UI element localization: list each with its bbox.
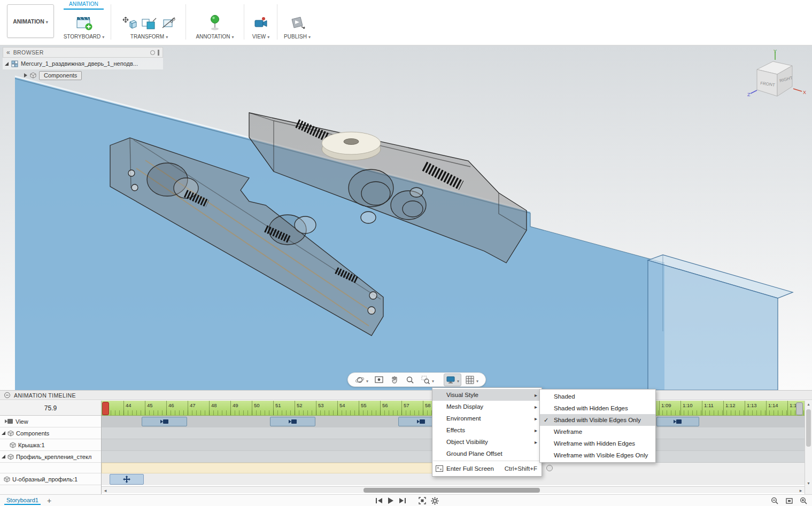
zoom-fit-button[interactable]: [785, 497, 793, 505]
scroll-left-arrow[interactable]: [102, 487, 109, 494]
menu-item-shaded-hidden-edges[interactable]: Shaded with Hidden Edges: [540, 402, 655, 414]
pan-button[interactable]: [388, 373, 401, 386]
track-label: View: [16, 418, 28, 425]
expand-triangle-icon[interactable]: [2, 431, 5, 435]
collapse-triangle-icon[interactable]: [24, 73, 27, 77]
ruler-tick: 1:13: [745, 401, 757, 416]
storyboard-group[interactable]: STORYBOARD: [58, 11, 110, 40]
menu-item-environment[interactable]: Environment: [432, 412, 542, 424]
expand-triangle-icon[interactable]: [5, 62, 9, 66]
viewport-3d-scene[interactable]: [0, 45, 812, 390]
ruler-tick: 49: [230, 401, 238, 416]
zoom-window-button[interactable]: [419, 373, 436, 386]
camera-keyframe-segment[interactable]: [270, 417, 315, 426]
look-at-button[interactable]: [372, 373, 386, 386]
animation-timeline-panel: ANIMATION TIMELINE 44 45 46 47 48 49 50 …: [0, 390, 812, 494]
tab-animation[interactable]: ANIMATION: [64, 0, 104, 10]
ruler-tick: 54: [337, 401, 345, 416]
vertical-scrollbar-thumb[interactable]: [806, 409, 811, 447]
menu-item-wireframe-hidden-edges[interactable]: Wireframe with Hidden Edges: [540, 438, 655, 449]
go-to-end-button[interactable]: [399, 497, 406, 504]
status-bar: Storyboard1 +: [0, 494, 812, 506]
browser-root-label: Mercury_1_раздвижная_дверь_1_неподв...: [21, 60, 138, 67]
submenu-arrow-icon: [535, 415, 537, 422]
camera-icon: [5, 418, 13, 424]
menu-item-effects[interactable]: Effects: [432, 424, 542, 436]
ruler-tick: 46: [166, 401, 174, 416]
collapse-timeline-icon[interactable]: [4, 392, 10, 398]
navigation-toolbar: [347, 372, 486, 387]
browser-components-row[interactable]: Components: [3, 69, 163, 81]
menu-item-object-visibility[interactable]: Object Visibility: [432, 436, 542, 448]
view-label: VIEW: [252, 34, 266, 40]
menu-item-wireframe[interactable]: Wireframe: [540, 426, 655, 438]
zoom-window-icon: [421, 375, 430, 385]
go-to-start-button[interactable]: [375, 497, 383, 504]
ruler-tick: 57: [401, 401, 409, 416]
viewport-context-menu: Visual Style Mesh Display Environment Ef…: [432, 387, 542, 477]
transform-component-icon: [121, 15, 137, 31]
view-cube[interactable]: Y X Z FRONT RIGHT: [747, 48, 809, 109]
current-time-display[interactable]: 75.9: [0, 401, 101, 416]
menu-item-visual-style[interactable]: Visual Style: [432, 389, 542, 401]
vertical-scrollbar[interactable]: [805, 401, 812, 494]
component-icon: [30, 72, 36, 79]
track-row-view[interactable]: View: [0, 416, 101, 427]
grid-settings-button[interactable]: [463, 373, 481, 386]
look-at-icon: [374, 375, 384, 385]
washer-disc[interactable]: [322, 132, 381, 160]
zoom-in-button[interactable]: [800, 497, 808, 505]
playhead-marker[interactable]: [102, 402, 109, 415]
storyboard-tab[interactable]: Storyboard1: [4, 496, 41, 505]
camera-keyframe-segment[interactable]: [142, 417, 187, 426]
menu-item-mesh-display[interactable]: Mesh Display: [432, 401, 542, 412]
menu-item-shaded[interactable]: Shaded: [540, 391, 655, 402]
menu-item-ground-plane-offset[interactable]: Ground Plane Offset: [432, 448, 542, 460]
zoom-button[interactable]: [403, 373, 417, 386]
track-row-profil[interactable]: Профиль_крепления_стекл: [0, 451, 101, 463]
ruler-tick: 44: [123, 401, 132, 416]
track-label: Крышка:1: [18, 442, 45, 448]
settings-gear-button[interactable]: [431, 497, 439, 505]
zoom-out-button[interactable]: [771, 497, 779, 505]
orbit-button[interactable]: [353, 373, 370, 386]
fit-view-button[interactable]: [419, 497, 426, 504]
menu-item-enter-full-screen[interactable]: Enter Full Screen Ctrl+Shift+F: [432, 462, 542, 475]
browser-header[interactable]: BROWSER: [3, 47, 163, 58]
ruler-tick: 52: [295, 401, 303, 416]
workspace-switcher-button[interactable]: ANIMATION: [7, 4, 54, 38]
publish-group[interactable]: PUBLISH: [279, 11, 315, 40]
browser-pin-icon[interactable]: [158, 50, 159, 56]
timeline-header[interactable]: ANIMATION TIMELINE: [0, 391, 812, 400]
horizontal-scrollbar[interactable]: [102, 486, 805, 493]
transform-group[interactable]: TRANSFORM: [114, 11, 184, 40]
grid-icon: [465, 375, 475, 385]
ruler-end-handle[interactable]: [796, 402, 803, 415]
display-settings-button[interactable]: [444, 373, 461, 386]
camera-keyframe-segment[interactable]: [656, 417, 699, 426]
viewport[interactable]: BROWSER Mercury_1_раздвижная_дверь_1_неп…: [0, 45, 812, 390]
expand-triangle-icon[interactable]: [2, 455, 5, 458]
horizontal-scrollbar-thumb[interactable]: [364, 488, 540, 493]
track-row-u-profil[interactable]: U-образный_профиль:1: [0, 473, 101, 485]
menu-item-shaded-visible-edges-only[interactable]: ✓ Shaded with Visible Edges Only: [540, 414, 655, 426]
browser-collapse-icon[interactable]: [6, 49, 10, 56]
visibility-action-icon[interactable]: [546, 465, 553, 471]
scroll-down-arrow[interactable]: [805, 480, 812, 487]
shortcut-label: Ctrl+Shift+F: [505, 465, 537, 472]
add-storyboard-button[interactable]: +: [47, 497, 51, 504]
scroll-up-arrow[interactable]: [805, 401, 812, 408]
component-icon: [7, 430, 14, 437]
storyboard-icon: [75, 14, 93, 31]
view-group[interactable]: VIEW: [246, 11, 276, 40]
transform-action-segment[interactable]: [110, 474, 144, 485]
browser-root-row[interactable]: Mercury_1_раздвижная_дверь_1_неподв...: [3, 58, 163, 69]
track-row-components[interactable]: Components: [0, 427, 101, 439]
scroll-right-arrow[interactable]: [797, 487, 805, 494]
play-button[interactable]: [388, 497, 394, 504]
track-row-kryshka[interactable]: Крышка:1: [0, 439, 101, 451]
menu-item-wireframe-visible-edges-only[interactable]: Wireframe with Visible Edges Only: [540, 449, 655, 461]
ruler-tick: 1:11: [702, 401, 714, 416]
annotation-group[interactable]: ANNOTATION: [188, 11, 242, 40]
browser-record-icon[interactable]: [150, 50, 155, 55]
